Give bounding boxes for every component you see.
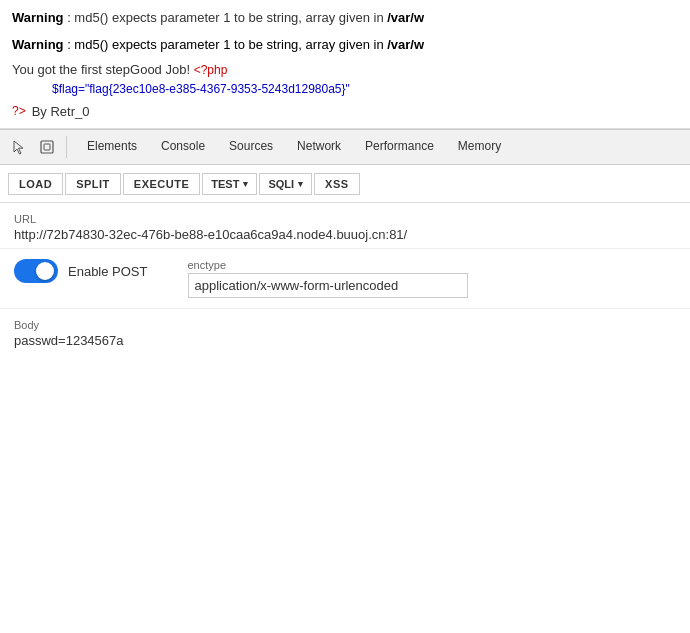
toggle-thumb [36,262,54,280]
test-button-label: TEST [211,178,239,190]
php-close-tag: ?> [12,102,26,121]
toolbar: LOAD SPLIT EXECUTE TEST ▾ SQLI ▾ XSS [0,165,690,203]
php-open-tag: <?php [194,63,228,77]
split-button[interactable]: SPLIT [65,173,121,195]
post-enctype-row: Enable POST enctype application/x-www-fo… [0,249,690,309]
enctype-group: enctype application/x-www-form-urlencode… [188,259,468,298]
test-arrow-icon: ▾ [243,179,248,189]
body-value: passwd=1234567a [14,333,676,348]
enable-post-toggle[interactable] [14,259,58,283]
warning-text-2: : md5() expects parameter 1 to be string… [67,37,387,52]
toggle-track [14,259,58,283]
warning-line-1: Warning : md5() expects parameter 1 to b… [12,8,678,29]
test-button[interactable]: TEST ▾ [202,173,257,195]
xss-button[interactable]: XSS [314,173,360,195]
warning-label-1: Warning [12,10,64,25]
warning-path-1: /var/w [387,10,424,25]
enable-post-group: Enable POST [14,259,148,283]
tab-performance[interactable]: Performance [353,130,446,164]
php-variable: $flag="flag{23ec10e8-e385-4367-9353-5243… [52,80,678,99]
url-label: URL [14,213,676,225]
body-section: Body passwd=1234567a [0,309,690,358]
good-job-line: You got the first stepGood Job! <?php [12,60,678,81]
by-line: By Retr_0 [32,102,90,123]
tab-console[interactable]: Console [149,130,217,164]
enctype-label: enctype [188,259,468,271]
enable-post-label: Enable POST [68,264,148,279]
sqli-button-label: SQLI [268,178,294,190]
inspect-icon[interactable] [36,136,58,158]
load-button[interactable]: LOAD [8,173,63,195]
devtools-icons [8,136,67,158]
svg-rect-1 [44,144,50,150]
sqli-button[interactable]: SQLI ▾ [259,173,312,195]
warning-text-1: : md5() expects parameter 1 to be string… [67,10,387,25]
warning-path-2: /var/w [387,37,424,52]
svg-rect-0 [41,141,53,153]
url-value: http://72b74830-32ec-476b-be88-e10caa6ca… [14,227,676,242]
execute-button[interactable]: EXECUTE [123,173,200,195]
sqli-arrow-icon: ▾ [298,179,303,189]
tab-memory[interactable]: Memory [446,130,513,164]
url-section: URL http://72b74830-32ec-476b-be88-e10ca… [0,203,690,249]
warning-label-2: Warning [12,37,64,52]
good-job-text: You got the first stepGood Job! [12,62,194,77]
tab-network[interactable]: Network [285,130,353,164]
devtools-tabs: Elements Console Sources Network Perform… [75,130,513,164]
enctype-value: application/x-www-form-urlencoded [188,273,468,298]
tab-elements[interactable]: Elements [75,130,149,164]
devtools-bar: Elements Console Sources Network Perform… [0,129,690,165]
tab-sources[interactable]: Sources [217,130,285,164]
body-label: Body [14,319,676,331]
cursor-icon[interactable] [8,136,30,158]
warning-area: Warning : md5() expects parameter 1 to b… [0,0,690,129]
